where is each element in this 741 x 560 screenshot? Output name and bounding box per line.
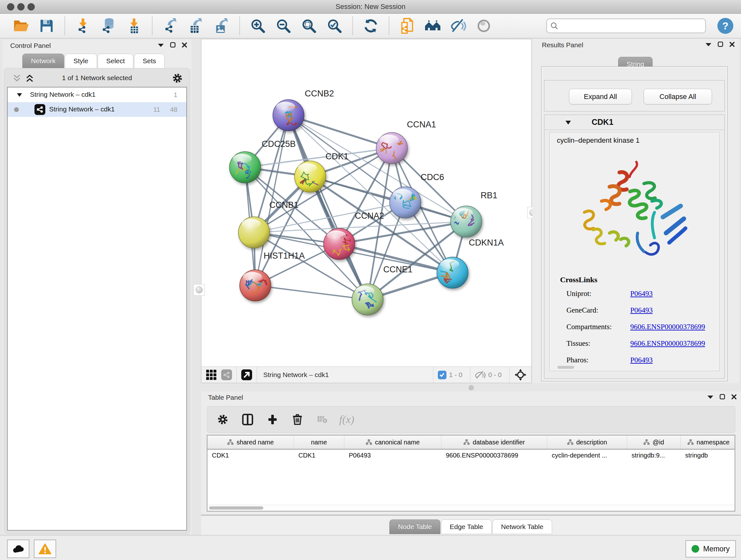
open-external-icon[interactable] <box>241 369 252 380</box>
table-cell[interactable]: 9606.ENSP00000378699 <box>441 449 547 461</box>
table-cell[interactable]: CDK1 <box>207 449 294 461</box>
crosslink-link[interactable]: 9606.ENSP00000378699 <box>630 339 705 348</box>
float-panel-icon[interactable] <box>720 394 725 399</box>
network-edge-CCNE1-HIST1H1A[interactable] <box>255 286 367 300</box>
network-node-CCNA2[interactable] <box>324 228 355 260</box>
node-label-CCNE1: CCNE1 <box>383 265 413 274</box>
export-table-icon[interactable] <box>188 17 204 34</box>
grid-view-icon[interactable] <box>206 369 217 380</box>
tab-edge-table[interactable]: Edge Table <box>441 519 492 534</box>
string-home-icon[interactable] <box>424 17 441 34</box>
network-row-selected[interactable]: String Network – cdk1 11 48 <box>8 102 186 117</box>
new-network-from-selection-icon[interactable] <box>399 17 415 34</box>
table-cell[interactable]: stringdb:9... <box>627 449 681 461</box>
crosslink-link[interactable]: 9606.ENSP00000378699 <box>630 323 705 331</box>
crosslink-link[interactable]: P06493 <box>630 356 653 364</box>
table-options-gear-icon[interactable] <box>214 411 231 428</box>
section-collapse-icon[interactable] <box>565 120 571 125</box>
warning-status-button[interactable] <box>34 540 56 558</box>
float-panel-icon[interactable] <box>170 42 176 48</box>
cloud-status-button[interactable] <box>7 540 29 558</box>
column-header-description[interactable]: description <box>547 435 627 449</box>
network-node-CDC6[interactable] <box>390 187 421 218</box>
network-node-CCNA1[interactable] <box>376 132 408 167</box>
crosslink-link[interactable]: P06493 <box>630 290 653 298</box>
column-header-name[interactable]: name <box>294 435 344 449</box>
tab-network[interactable]: Network <box>22 54 64 68</box>
tab-select[interactable]: Select <box>98 54 133 68</box>
export-image-icon[interactable] <box>213 17 230 34</box>
fit-content-icon[interactable] <box>300 17 317 34</box>
collection-expand-icon[interactable] <box>17 93 22 97</box>
network-edge-CCNB2-CCNA1[interactable] <box>288 115 392 148</box>
network-node-CDC25B[interactable] <box>229 152 261 183</box>
hide-selected-icon[interactable] <box>450 17 467 34</box>
close-panel-icon[interactable] <box>730 42 735 47</box>
close-panel-icon[interactable] <box>731 394 737 399</box>
network-node-HIST1H1A[interactable] <box>240 270 272 301</box>
table-cell[interactable]: CDK1 <box>294 449 344 461</box>
column-header-shared-name[interactable]: shared name <box>207 435 294 449</box>
selected-count-checkbox[interactable] <box>438 371 447 379</box>
zoom-out-icon[interactable] <box>275 17 292 34</box>
column-header-database-identifier[interactable]: database identifier <box>441 435 547 449</box>
open-file-icon[interactable] <box>13 17 29 34</box>
tab-node-table[interactable]: Node Table <box>389 519 441 534</box>
column-header-namespace[interactable]: namespace <box>681 435 735 449</box>
float-panel-icon[interactable] <box>718 42 723 47</box>
network-node-CCNB2[interactable] <box>273 93 304 131</box>
table-cell[interactable]: stringdb <box>681 449 735 461</box>
table-horizontal-scrollbar[interactable] <box>207 505 735 511</box>
results-horizontal-scrollbar[interactable] <box>557 366 574 369</box>
left-splitter-handle[interactable] <box>193 284 205 296</box>
expand-all-button[interactable]: Expand All <box>569 89 632 105</box>
network-node-CCNE1[interactable] <box>350 284 383 315</box>
network-edge-CCNB2-CDKN1A[interactable] <box>288 115 453 273</box>
table-cell[interactable]: P06493 <box>344 449 441 461</box>
table-cell[interactable]: cyclin-dependent ... <box>547 449 627 461</box>
import-table-from-file-icon[interactable] <box>126 17 142 34</box>
column-header--id[interactable]: @id <box>627 435 681 449</box>
tab-sets[interactable]: Sets <box>134 54 165 68</box>
add-column-icon[interactable] <box>264 411 281 428</box>
hidden-eye-icon[interactable] <box>475 371 486 379</box>
close-panel-icon[interactable] <box>182 43 187 48</box>
apply-preferred-layout-icon[interactable] <box>362 17 379 34</box>
birds-eye-toggle-icon[interactable] <box>514 368 527 381</box>
save-session-icon[interactable] <box>38 17 55 34</box>
import-network-from-file-icon[interactable] <box>75 17 91 34</box>
column-header-canonical-name[interactable]: canonical name <box>344 435 441 449</box>
title-bar: Session: New Session <box>0 0 741 14</box>
network-node-RB1[interactable] <box>449 202 482 237</box>
scrollbar-thumb[interactable] <box>209 506 263 509</box>
network-node-CCNB1[interactable] <box>239 217 270 248</box>
tab-style[interactable]: Style <box>65 54 97 68</box>
horizontal-splitter-handle[interactable] <box>468 385 474 390</box>
panel-menu-icon[interactable] <box>708 395 713 399</box>
help-icon[interactable]: ? <box>718 18 733 34</box>
zoom-selected-icon[interactable] <box>326 17 343 34</box>
network-options-gear-icon[interactable] <box>172 73 183 84</box>
string-logo-icon[interactable] <box>221 369 232 380</box>
delete-column-icon[interactable] <box>289 411 306 428</box>
zoom-in-icon[interactable] <box>250 17 266 34</box>
import-network-from-database-icon[interactable] <box>100 17 117 34</box>
crosslink-link[interactable]: P06493 <box>630 306 653 314</box>
results-panel-title: Results Panel <box>542 41 583 49</box>
network-node-CDKN1A[interactable] <box>427 257 468 288</box>
network-canvas[interactable]: CCNB2CCNA1CDC25BCDK1CDC6RB1CCNB1CCNA2CDK… <box>201 39 531 367</box>
network-collection-row[interactable]: String Network – cdk1 1 <box>8 87 186 102</box>
export-network-icon[interactable] <box>162 17 179 34</box>
glass-ball-effect-icon[interactable] <box>475 17 492 34</box>
memory-button[interactable]: Memory <box>685 540 736 557</box>
show-columns-icon[interactable] <box>239 411 256 428</box>
panel-menu-icon[interactable] <box>158 43 164 47</box>
panel-menu-icon[interactable] <box>705 43 711 46</box>
tab-network-table[interactable]: Network Table <box>492 519 552 534</box>
search-icon <box>550 22 558 30</box>
search-input[interactable] <box>561 22 702 30</box>
cloud-icon <box>12 544 24 553</box>
table-row[interactable]: CDK1CDK1P064939606.ENSP00000378699cyclin… <box>207 449 735 461</box>
function-builder-icon-disabled: f(x) <box>339 414 354 426</box>
collapse-all-button[interactable]: Collapse All <box>644 89 712 105</box>
